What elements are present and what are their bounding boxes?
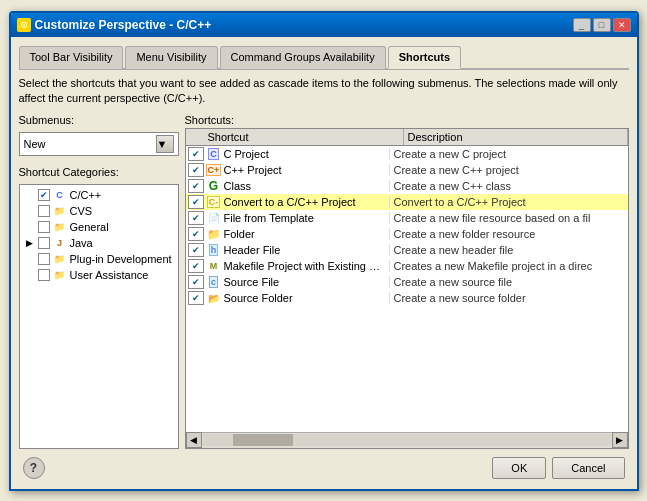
java-icon: J: [53, 236, 67, 250]
maximize-button[interactable]: □: [593, 18, 611, 32]
check-cvs[interactable]: [38, 205, 50, 217]
check-plugin[interactable]: [38, 253, 50, 265]
table-row-highlighted[interactable]: ✔ C- Convert to a C/C++ Project Convert …: [186, 194, 628, 210]
scroll-right-button[interactable]: ▶: [612, 432, 628, 448]
tree-item-general[interactable]: 📁 General: [22, 219, 176, 235]
table-row[interactable]: ✔ C+ C++ Project Create a new C++ projec…: [186, 162, 628, 178]
shortcuts-table: Shortcut Description ✔ C C Project Creat…: [185, 128, 629, 448]
footer: ? OK Cancel: [19, 449, 629, 481]
tree-label-userassist: User Assistance: [70, 269, 149, 281]
row-shortcut-class: Class: [224, 180, 390, 192]
shortcut-categories-tree[interactable]: ✔ C C/C++ 📁 CVS 📁: [19, 184, 179, 448]
cvs-icon: 📁: [53, 204, 67, 218]
horizontal-scrollbar[interactable]: ◀ ▶: [186, 432, 628, 448]
row-check-header[interactable]: ✔: [188, 243, 204, 257]
tab-shortcuts[interactable]: Shortcuts: [388, 46, 461, 69]
tree-label-java: Java: [70, 237, 93, 249]
minimize-button[interactable]: _: [573, 18, 591, 32]
shortcuts-label: Shortcuts:: [185, 114, 629, 126]
tree-label-plugin: Plug-in Development: [70, 253, 172, 265]
row-shortcut-source: Source File: [224, 276, 390, 288]
check-userassist[interactable]: [38, 269, 50, 281]
row-check-convert[interactable]: ✔: [188, 195, 204, 209]
row-check-source-folder[interactable]: ✔: [188, 291, 204, 305]
row-desc-cpp-project: Create a new C++ project: [390, 164, 628, 176]
table-row[interactable]: ✔ M Makefile Project with Existing Code …: [186, 258, 628, 274]
row-desc-file-template: Create a new file resource based on a fi…: [390, 212, 628, 224]
table-row[interactable]: ✔ h Header File Create a new header file: [186, 242, 628, 258]
th-description: Description: [404, 129, 628, 145]
close-button[interactable]: ✕: [613, 18, 631, 32]
row-check-folder[interactable]: ✔: [188, 227, 204, 241]
submenus-label: Submenus:: [19, 114, 179, 126]
tab-toolbar[interactable]: Tool Bar Visibility: [19, 46, 124, 69]
table-body: ✔ C C Project Create a new C project ✔ C…: [186, 146, 628, 431]
window-body: Tool Bar Visibility Menu Visibility Comm…: [11, 37, 637, 489]
footer-buttons: OK Cancel: [492, 457, 624, 479]
table-row[interactable]: ✔ 📄 File from Template Create a new file…: [186, 210, 628, 226]
scroll-thumb[interactable]: [233, 434, 293, 446]
table-row[interactable]: ✔ G Class Create a new C++ class: [186, 178, 628, 194]
file-template-icon: 📄: [206, 211, 222, 225]
row-shortcut-convert: Convert to a C/C++ Project: [224, 196, 390, 208]
scroll-track[interactable]: [203, 434, 611, 446]
row-desc-class: Create a new C++ class: [390, 180, 628, 192]
check-cpp[interactable]: ✔: [38, 189, 50, 201]
row-shortcut-cpp-project: C++ Project: [224, 164, 390, 176]
row-shortcut-source-folder: Source Folder: [224, 292, 390, 304]
source-folder-icon: 📂: [206, 291, 222, 305]
table-row[interactable]: ✔ c Source File Create a new source file: [186, 274, 628, 290]
row-check-file-template[interactable]: ✔: [188, 211, 204, 225]
th-shortcut: Shortcut: [204, 129, 404, 145]
tree-item-userassist[interactable]: 📁 User Assistance: [22, 267, 176, 283]
table-header: Shortcut Description: [186, 129, 628, 146]
c-project-icon: C: [206, 147, 222, 161]
table-row[interactable]: ✔ C C Project Create a new C project: [186, 146, 628, 162]
tree-label-cvs: CVS: [70, 205, 93, 217]
row-check-source[interactable]: ✔: [188, 275, 204, 289]
row-check-makefile[interactable]: ✔: [188, 259, 204, 273]
row-desc-folder: Create a new folder resource: [390, 228, 628, 240]
left-panel: Submenus: New ▼ Shortcut Categories: ✔ C…: [19, 114, 179, 448]
scroll-left-button[interactable]: ◀: [186, 432, 202, 448]
tree-item-cvs[interactable]: 📁 CVS: [22, 203, 176, 219]
shortcut-categories-label: Shortcut Categories:: [19, 166, 179, 178]
help-button[interactable]: ?: [23, 457, 45, 479]
row-desc-c-project: Create a new C project: [390, 148, 628, 160]
dropdown-arrow-icon[interactable]: ▼: [156, 135, 174, 153]
tree-item-plugin[interactable]: 📁 Plug-in Development: [22, 251, 176, 267]
tree-item-java[interactable]: ▶ J Java: [22, 235, 176, 251]
class-icon: G: [206, 179, 222, 193]
description-text: Select the shortcuts that you want to se…: [19, 76, 629, 107]
ok-button[interactable]: OK: [492, 457, 546, 479]
check-java[interactable]: [38, 237, 50, 249]
tab-menu[interactable]: Menu Visibility: [125, 46, 217, 69]
tree-label-cpp: C/C++: [70, 189, 102, 201]
expander-java[interactable]: ▶: [24, 238, 36, 248]
right-panel: Shortcuts: Shortcut Description ✔ C: [185, 114, 629, 448]
cpp-icon: C: [53, 188, 67, 202]
row-desc-makefile: Creates a new Makefile project in a dire…: [390, 260, 628, 272]
table-row[interactable]: ✔ 📁 Folder Create a new folder resource: [186, 226, 628, 242]
title-bar: ⚙ Customize Perspective - C/C++ _ □ ✕: [11, 13, 637, 37]
row-desc-header: Create a new header file: [390, 244, 628, 256]
row-check-c-project[interactable]: ✔: [188, 147, 204, 161]
source-icon: c: [206, 275, 222, 289]
row-desc-source-folder: Create a new source folder: [390, 292, 628, 304]
title-controls: _ □ ✕: [573, 18, 631, 32]
table-row[interactable]: ✔ 📂 Source Folder Create a new source fo…: [186, 290, 628, 306]
tree-item-cpp[interactable]: ✔ C C/C++: [22, 187, 176, 203]
check-general[interactable]: [38, 221, 50, 233]
folder-icon: 📁: [206, 227, 222, 241]
row-desc-convert: Convert to a C/C++ Project: [390, 196, 628, 208]
row-shortcut-c-project: C Project: [224, 148, 390, 160]
row-shortcut-folder: Folder: [224, 228, 390, 240]
cancel-button[interactable]: Cancel: [552, 457, 624, 479]
convert-icon: C-: [206, 195, 222, 209]
submenus-dropdown[interactable]: New ▼: [19, 132, 179, 156]
row-desc-source: Create a new source file: [390, 276, 628, 288]
title-bar-left: ⚙ Customize Perspective - C/C++: [17, 18, 212, 32]
row-check-class[interactable]: ✔: [188, 179, 204, 193]
tab-commandgroups[interactable]: Command Groups Availability: [220, 46, 386, 69]
row-check-cpp-project[interactable]: ✔: [188, 163, 204, 177]
